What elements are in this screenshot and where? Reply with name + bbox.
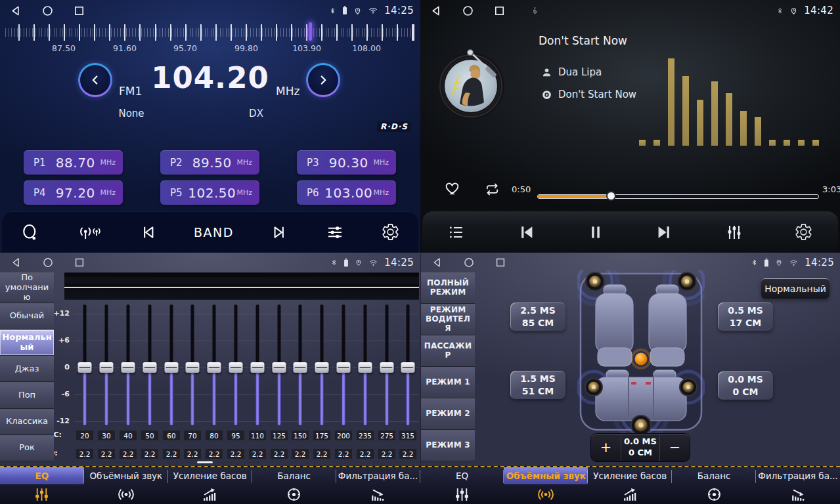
eq-band-slider-20hz[interactable] [76, 303, 94, 430]
eq-preset-item-4[interactable]: Поп [0, 382, 54, 408]
tuning-indicator[interactable] [309, 22, 312, 41]
radio-eq-settings-icon[interactable] [325, 222, 345, 242]
delay-rear-left-button[interactable]: 1.5 MS 51 CM [510, 371, 565, 399]
eq-preset-item-3[interactable]: Джаз [0, 356, 54, 382]
q-value[interactable]: 2.2 [119, 448, 137, 459]
slider-handle[interactable] [273, 362, 286, 373]
q-value[interactable]: 2.2 [313, 448, 331, 459]
delay-decrease-button[interactable]: − [660, 434, 690, 461]
sound-screen-tab-0[interactable]: EQ [420, 467, 504, 504]
eq-band-slider-80hz[interactable] [205, 303, 223, 430]
eq-preset-item-1[interactable]: Обычай [0, 303, 54, 329]
scan-icon[interactable] [20, 222, 40, 242]
slider-handle[interactable] [165, 362, 179, 373]
eq-screen-tab-0[interactable]: EQ [0, 467, 84, 504]
delay-front-right-button[interactable]: 0.5 MS 17 CM [718, 303, 773, 331]
eq-preset-item-5[interactable]: Классика [0, 409, 54, 435]
q-value[interactable]: 2.2 [356, 448, 374, 459]
tune-down-button[interactable] [78, 63, 112, 97]
delay-rear-right-button[interactable]: 0.0 MS 0 CM [718, 371, 773, 400]
frequency-ruler[interactable] [5, 22, 415, 42]
previous-station-icon[interactable] [139, 223, 158, 242]
q-value[interactable]: 2.2 [205, 448, 223, 459]
sound-screen-tab-3[interactable]: Баланс [672, 467, 756, 504]
q-value[interactable]: 2.2 [76, 448, 94, 459]
broadcast-dx-icon[interactable] [76, 223, 102, 242]
preset-button-p6[interactable]: P6103.00MHz [297, 180, 396, 205]
slider-handle[interactable] [294, 362, 307, 373]
slider-handle[interactable] [186, 362, 200, 373]
q-value[interactable]: 2.2 [399, 448, 417, 459]
sound-mode-item-1[interactable]: РЕЖИМ ВОДИТЕЛЯ [421, 304, 475, 335]
sound-mode-item-2[interactable]: ПАССАЖИР [421, 335, 475, 367]
eq-band-slider-95hz[interactable] [227, 303, 245, 430]
nav-recents-button[interactable] [493, 256, 507, 270]
previous-track-icon[interactable] [516, 222, 536, 242]
eq-screen-tab-4[interactable]: Фильтрация ба... [336, 467, 420, 504]
q-value[interactable]: 2.2 [270, 448, 288, 459]
eq-band-slider-60hz[interactable] [162, 303, 181, 430]
eq-screen-tab-2[interactable]: Усиление басов [168, 467, 252, 504]
eq-band-slider-50hz[interactable] [141, 303, 159, 430]
nav-back-button[interactable] [430, 256, 444, 270]
q-value[interactable]: 2.2 [227, 448, 245, 459]
sound-screen-tab-2[interactable]: Усиление басов [588, 467, 672, 504]
preset-button-p4[interactable]: P497.20MHz [24, 180, 123, 205]
settings-gear-icon[interactable] [381, 222, 400, 242]
slider-handle[interactable] [78, 362, 92, 373]
pause-icon[interactable] [586, 223, 605, 242]
preset-button-p1[interactable]: P188.70MHz [24, 150, 123, 175]
q-value[interactable]: 2.2 [248, 448, 267, 459]
nav-home-button[interactable] [462, 256, 475, 270]
eq-band-slider-30hz[interactable] [97, 303, 116, 430]
eq-band-slider-125hz[interactable] [270, 303, 288, 430]
eq-band-slider-315hz[interactable] [399, 303, 417, 430]
nav-back-button[interactable] [430, 4, 443, 18]
tune-up-button[interactable] [306, 63, 340, 97]
nav-back-button[interactable] [9, 256, 23, 270]
album-art[interactable] [437, 52, 505, 120]
eq-screen-tab-1[interactable]: Объёмный звук [84, 467, 168, 504]
sound-screen-tab-4[interactable]: Фильтрация ба... [756, 467, 840, 504]
eq-band-slider-175hz[interactable] [313, 303, 331, 430]
delay-front-left-button[interactable]: 2.5 MS 85 CM [510, 303, 565, 331]
playlist-icon[interactable] [447, 223, 466, 242]
eq-preset-item-6[interactable]: Рок [0, 435, 54, 461]
slider-handle[interactable] [208, 362, 221, 373]
slider-handle[interactable] [315, 362, 329, 373]
next-track-icon[interactable] [655, 222, 674, 242]
sound-mode-item-4[interactable]: РЕЖИМ 2 [421, 398, 475, 430]
eq-preset-item-2[interactable]: Нормальный [0, 329, 54, 356]
eq-band-slider-150hz[interactable] [291, 303, 309, 430]
nav-recents-button[interactable] [493, 4, 506, 18]
progress-bar[interactable] [537, 194, 819, 199]
nav-home-button[interactable] [41, 4, 55, 18]
progress-thumb[interactable] [606, 191, 616, 201]
sound-mode-item-3[interactable]: РЕЖИМ 1 [421, 367, 475, 398]
nav-home-button[interactable] [461, 4, 475, 18]
favorite-icon[interactable] [444, 180, 462, 196]
preset-button-p2[interactable]: P289.50MHz [160, 150, 259, 175]
slider-handle[interactable] [143, 362, 157, 373]
sound-screen-tab-1[interactable]: Объёмный звук [504, 467, 588, 504]
slider-handle[interactable] [100, 362, 114, 373]
q-value[interactable]: 2.2 [378, 448, 396, 459]
next-station-icon[interactable] [270, 223, 288, 242]
eq-band-slider-275hz[interactable] [378, 303, 396, 430]
band-button[interactable]: BAND [194, 225, 234, 240]
nav-back-button[interactable] [9, 4, 23, 18]
nav-home-button[interactable] [41, 256, 55, 270]
slider-handle[interactable] [401, 362, 415, 373]
slider-handle[interactable] [337, 362, 351, 373]
eq-preset-item-0[interactable]: По умолчанию [0, 272, 54, 303]
eq-screen-tab-3[interactable]: Баланс [252, 467, 336, 504]
slider-handle[interactable] [380, 362, 394, 373]
nav-recents-button[interactable] [72, 256, 86, 270]
slider-handle[interactable] [251, 362, 265, 373]
delay-increase-button[interactable]: + [591, 434, 621, 461]
q-value[interactable]: 2.2 [141, 448, 159, 459]
slider-handle[interactable] [122, 362, 135, 373]
q-value[interactable]: 2.2 [162, 448, 181, 459]
equalizer-icon[interactable] [725, 223, 743, 242]
eq-band-slider-235hz[interactable] [356, 303, 374, 430]
